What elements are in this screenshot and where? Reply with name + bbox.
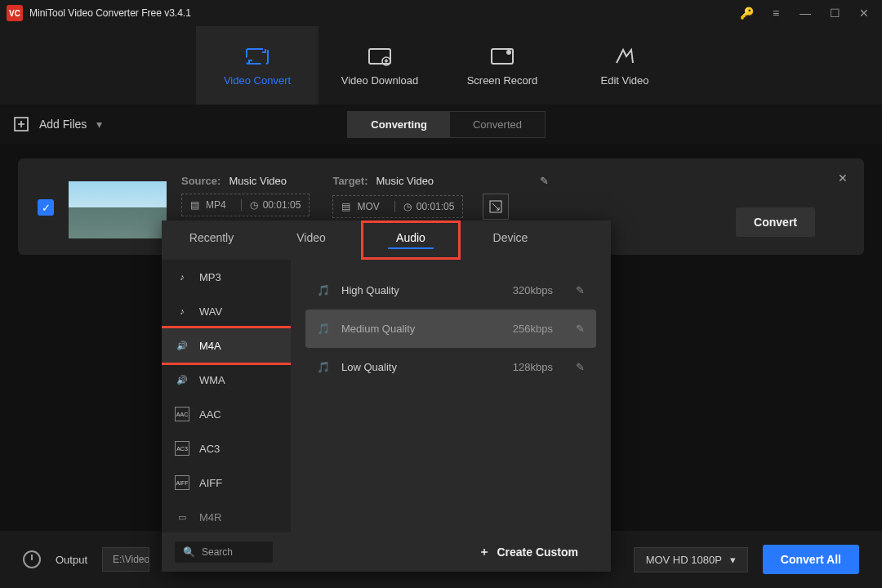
search-icon: 🔍 <box>183 546 195 558</box>
format-search-input[interactable]: 🔍 Search <box>175 541 273 563</box>
format-label: MP3 <box>199 271 221 283</box>
convert-all-button[interactable]: Convert All <box>763 545 859 574</box>
format-label: WAV <box>199 305 222 318</box>
segment-converting[interactable]: Converting <box>348 112 450 137</box>
maximize-icon[interactable]: ☐ <box>823 2 846 24</box>
edit-target-icon[interactable]: ✎ <box>540 175 549 187</box>
format-list[interactable]: ♪MP3 ♪WAV 🔊M4A 🔊WMA AACAAC AC3AC3 AIFFAI… <box>162 260 291 532</box>
audio-icon: 🔊 <box>175 338 189 353</box>
convert-button[interactable]: Convert <box>736 207 815 237</box>
quality-item-low[interactable]: 🎵 Low Quality 128kbps ✎ <box>305 348 596 386</box>
menu-icon[interactable]: ≡ <box>764 2 787 24</box>
format-tab-audio[interactable]: Audio <box>361 220 461 260</box>
tab-edit-video[interactable]: Edit Video <box>564 26 686 105</box>
audio-icon: AAC <box>175 407 189 421</box>
format-popover-footer: 🔍 Search ＋ Create Custom <box>162 532 611 572</box>
source-name: Music Video <box>229 175 287 187</box>
audio-icon: ▭ <box>175 510 189 524</box>
film-icon: ▤ <box>341 201 350 212</box>
status-segments: Converting Converted <box>347 111 546 138</box>
schedule-icon[interactable] <box>23 550 41 568</box>
format-item-aiff[interactable]: AIFFAIFF <box>162 466 291 500</box>
close-icon[interactable]: ✕ <box>853 2 875 24</box>
format-item-m4r[interactable]: ▭M4R <box>162 500 291 532</box>
record-icon <box>489 45 515 68</box>
source-duration: 00:01:05 <box>263 199 301 211</box>
format-label: M4A <box>199 340 221 352</box>
format-tab-video[interactable]: Video <box>261 220 361 260</box>
edit-quality-icon[interactable]: ✎ <box>576 284 585 296</box>
toolbar: Add Files ▾ Converting Converted <box>0 105 882 144</box>
format-item-wav[interactable]: ♪WAV <box>162 294 291 328</box>
quality-item-medium[interactable]: 🎵 Medium Quality 256kbps ✎ <box>305 310 596 348</box>
quality-bitrate: 320kbps <box>513 284 553 296</box>
format-label: AAC <box>199 408 221 421</box>
format-item-m4a[interactable]: 🔊M4A <box>162 326 291 365</box>
create-custom-button[interactable]: ＋ Create Custom <box>479 545 578 559</box>
plus-icon: ＋ <box>479 545 490 559</box>
format-label: M4R <box>199 511 221 523</box>
remove-item-button[interactable]: ✕ <box>838 172 848 185</box>
target-format-pill[interactable]: ▤ MOV ◷ 00:01:05 <box>332 195 463 218</box>
source-block: Source: Music Video ▤ MP4 ◷ 00:01:05 <box>181 175 310 216</box>
chevron-down-icon: ▾ <box>730 554 736 566</box>
app-logo-text: VC <box>9 9 20 18</box>
titlebar: VC MiniTool Video Converter Free v3.4.1 … <box>0 0 882 26</box>
edit-quality-icon[interactable]: ✎ <box>576 323 585 335</box>
audio-icon: 🔊 <box>175 372 189 387</box>
tab-label: Video Convert <box>224 74 291 87</box>
output-label: Output <box>56 554 87 566</box>
target-duration: 00:01:05 <box>416 201 455 212</box>
quality-item-high[interactable]: 🎵 High Quality 320kbps ✎ <box>305 271 596 310</box>
add-file-icon <box>13 116 29 132</box>
clock-icon: ◷ <box>403 201 412 212</box>
output-preset-label: MOV HD 1080P <box>646 554 722 566</box>
format-item-aac[interactable]: AACAAC <box>162 397 291 431</box>
format-item-wma[interactable]: 🔊WMA <box>162 363 291 397</box>
file-note-icon: 🎵 <box>317 323 330 335</box>
format-tab-device[interactable]: Device <box>461 220 560 260</box>
tab-label: Screen Record <box>467 74 538 87</box>
source-format-pill: ▤ MP4 ◷ 00:01:05 <box>181 194 310 216</box>
edit-quality-icon[interactable]: ✎ <box>576 361 585 373</box>
format-item-ac3[interactable]: AC3AC3 <box>162 431 291 466</box>
tab-video-download[interactable]: Video Download <box>318 26 441 105</box>
audio-icon: ♪ <box>175 304 189 318</box>
create-custom-label: Create Custom <box>497 546 578 559</box>
output-path-field[interactable]: E:\Video <box>102 547 149 572</box>
target-name: Music Video <box>376 175 434 187</box>
file-note-icon: 🎵 <box>317 361 330 373</box>
clock-icon: ◷ <box>250 199 258 211</box>
svg-point-4 <box>506 50 511 55</box>
target-format: MOV <box>357 201 379 212</box>
main-tabs: Video Convert Video Download Screen Reco… <box>0 26 882 105</box>
add-files-button[interactable]: Add Files ▾ <box>13 116 102 132</box>
item-checkbox[interactable]: ✓ <box>38 199 54 216</box>
quality-label: High Quality <box>341 284 399 296</box>
format-category-tabs: Recently Video Audio Device <box>162 220 611 260</box>
format-tab-recently[interactable]: Recently <box>162 220 261 260</box>
segment-converted[interactable]: Converted <box>450 112 545 137</box>
target-settings-button[interactable] <box>483 194 509 220</box>
source-label: Source: <box>181 175 220 187</box>
tab-video-convert[interactable]: Video Convert <box>196 26 318 105</box>
add-files-label: Add Files <box>39 118 87 131</box>
key-icon[interactable]: 🔑 <box>735 2 758 24</box>
audio-icon: AC3 <box>175 441 189 456</box>
format-popover: Recently Video Audio Device ♪MP3 ♪WAV 🔊M… <box>162 220 611 572</box>
format-label: AC3 <box>199 443 220 455</box>
format-label: AIFF <box>199 477 222 489</box>
output-preset-dropdown[interactable]: MOV HD 1080P ▾ <box>634 547 748 572</box>
app-logo: VC <box>7 5 23 21</box>
download-icon <box>367 45 393 68</box>
video-thumbnail[interactable] <box>69 181 167 238</box>
app-title: MiniTool Video Converter Free v3.4.1 <box>29 7 728 19</box>
format-item-mp3[interactable]: ♪MP3 <box>162 260 291 294</box>
target-block: Target: Music Video ✎ ▤ MOV ◷ 00:01:05 <box>332 175 549 220</box>
format-label: WMA <box>199 374 225 386</box>
tab-screen-record[interactable]: Screen Record <box>441 26 564 105</box>
convert-icon <box>244 45 270 68</box>
chevron-down-icon[interactable]: ▾ <box>96 118 102 131</box>
audio-icon: ♪ <box>175 270 189 284</box>
minimize-icon[interactable]: — <box>794 2 817 24</box>
